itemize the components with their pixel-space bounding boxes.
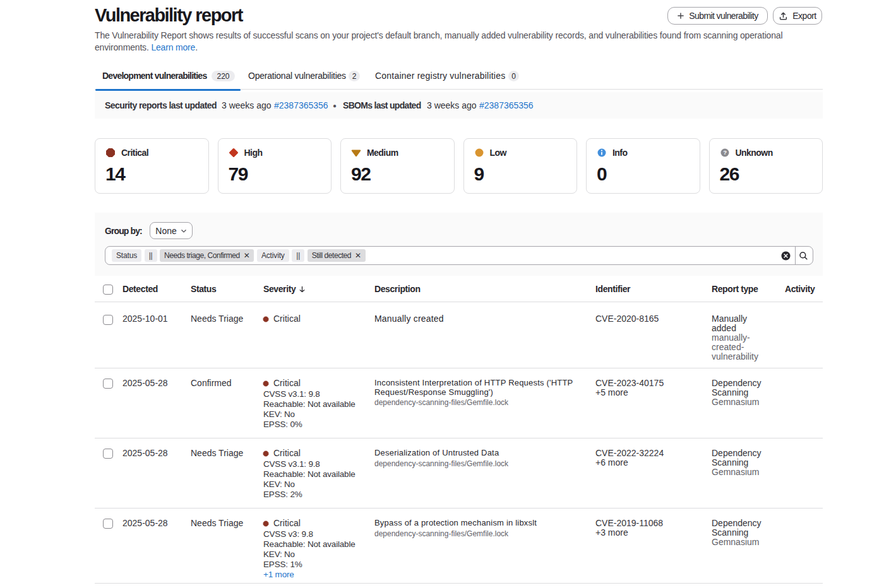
svg-text:?: ? xyxy=(723,149,727,156)
